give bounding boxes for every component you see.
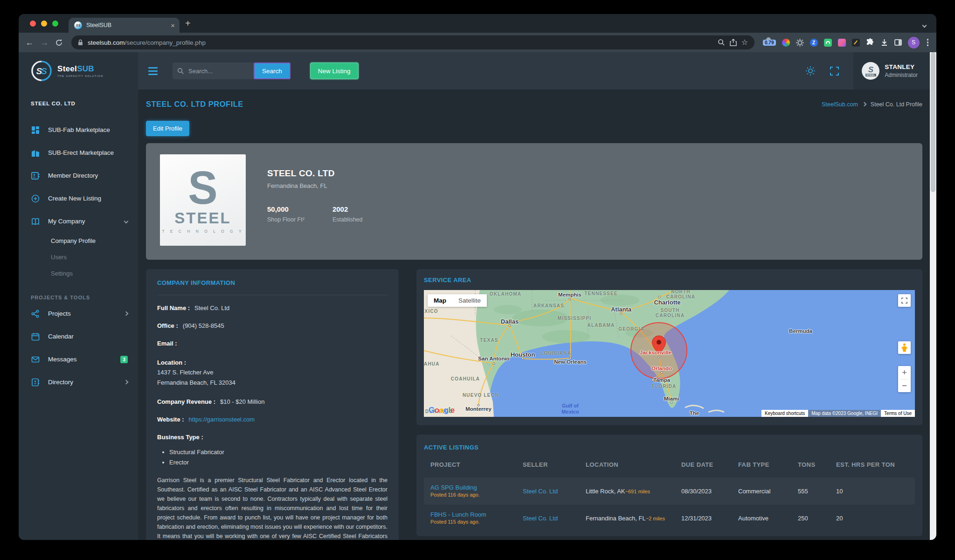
sidebar: S S SteelSUB THE CAPACITY SOLUTION STEEL… <box>19 52 138 540</box>
tab-close-icon[interactable]: × <box>171 22 175 29</box>
fullscreen-icon[interactable] <box>830 66 839 76</box>
zoom-indicator-icon[interactable] <box>718 39 725 46</box>
seller-link[interactable]: Steel Co. Ltd <box>523 515 586 522</box>
sidebar-item-projects[interactable]: Projects <box>19 302 138 325</box>
company-name: STEEL CO. LTD <box>267 168 363 179</box>
share-nodes-icon <box>31 309 40 318</box>
edit-profile-button[interactable]: Edit Profile <box>146 121 189 136</box>
address-line1: 1437 S. Fletcher Ave <box>157 369 213 376</box>
map-city-dot <box>658 296 661 298</box>
map-type-control: Map Satellite <box>428 294 487 307</box>
map-label: CAROLINA <box>656 313 685 318</box>
browser-toolbar: ← → steelsub.com /secure/company_profile… <box>19 33 936 52</box>
listing-distance: ~691 miles <box>625 489 651 494</box>
my-company-submenu: Company Profile Users Settings <box>19 233 138 282</box>
map-label: Gulf of <box>562 403 578 408</box>
browser-profile-avatar[interactable]: S <box>908 37 920 48</box>
zoom-window-button[interactable] <box>52 21 58 27</box>
forward-button[interactable]: → <box>40 38 48 47</box>
sidebar-item-users[interactable]: Users <box>19 249 138 265</box>
sidebar-item-messages[interactable]: Messages 3 <box>19 348 138 371</box>
bookmark-star-icon[interactable]: ☆ <box>741 39 748 46</box>
extensions-row: 0.79 Z S <box>763 37 930 48</box>
browser-tab[interactable]: SS SteelSUB × <box>69 18 180 33</box>
map-label: CAROLINA <box>666 294 695 299</box>
chrome-menu-icon[interactable] <box>926 39 930 46</box>
street-view-pegman-button[interactable] <box>898 341 911 354</box>
search-input[interactable] <box>173 62 255 79</box>
user-menu[interactable]: SSTEEL STANLEY Administrator <box>853 52 930 90</box>
extensions-puzzle-icon[interactable] <box>866 38 874 47</box>
sidebar-item-create-new-listing[interactable]: Create New Listing <box>19 187 138 210</box>
service-area-map[interactable]: OKLAHOMAARKANSASTENNESSEENORTHCAROLINASO… <box>424 290 915 417</box>
sidebar-item-member-directory[interactable]: Member Directory <box>19 164 138 187</box>
chevron-right-icon <box>124 380 129 385</box>
close-window-button[interactable] <box>30 21 36 27</box>
project-link[interactable]: FBHS - Lunch Room <box>430 511 523 518</box>
zoom-out-button[interactable]: − <box>898 380 911 392</box>
breadcrumb-home-link[interactable]: SteelSub.com <box>822 101 858 108</box>
table-row[interactable]: FBHS - Lunch RoomPosted 115 days ago. St… <box>424 505 915 532</box>
office-phone-value: (904) 528-8545 <box>183 322 224 329</box>
lock-icon <box>78 39 83 46</box>
search-button[interactable]: Search <box>254 62 291 79</box>
purple-extension-icon[interactable] <box>838 39 846 47</box>
zoom-in-button[interactable]: + <box>898 366 911 379</box>
sidebar-item-directory[interactable]: Directory <box>19 371 138 394</box>
new-listing-button[interactable]: New Listing <box>310 62 359 79</box>
sidebar-item-calendar[interactable]: Calendar <box>19 325 138 348</box>
tab-search-chevron-icon[interactable] <box>923 21 926 29</box>
map-label: Monterrey <box>465 406 491 412</box>
chevron-right-icon <box>862 102 866 107</box>
page-scrollbar[interactable] <box>930 52 936 540</box>
scrollbar-thumb[interactable] <box>931 52 935 192</box>
download-icon[interactable] <box>880 39 888 47</box>
reload-button[interactable] <box>55 39 63 47</box>
keyboard-shortcuts-link[interactable]: Keyboard shortcuts <box>761 410 808 417</box>
chevron-right-icon <box>124 311 129 316</box>
green-extension-icon[interactable] <box>824 39 832 47</box>
map-label: OKLAHOMA <box>490 291 521 297</box>
map-fullscreen-button[interactable] <box>898 294 911 307</box>
sidebar-item-settings[interactable]: Settings <box>19 265 138 282</box>
minimize-window-button[interactable] <box>41 21 47 27</box>
light-mode-sun-icon[interactable] <box>805 66 816 76</box>
sidebar-item-sub-fab-marketplace[interactable]: SUB-Fab Marketplace <box>19 118 138 141</box>
company-logo-image: S STEEL T E C H N O L O G Y <box>160 154 246 246</box>
address-bar[interactable]: steelsub.com /secure/company_profile.php… <box>71 35 754 49</box>
sidebar-item-company-profile[interactable]: Company Profile <box>19 233 138 249</box>
page-title: STEEL CO. LTD PROFILE <box>146 100 243 109</box>
satellite-button[interactable]: Satellite <box>452 294 487 307</box>
steelsub-logo[interactable]: S S SteelSUB THE CAPACITY SOLUTION <box>19 52 138 90</box>
gear-extension-icon[interactable] <box>796 39 804 47</box>
share-icon[interactable] <box>730 39 737 46</box>
map-zoom-control: + − <box>898 366 911 392</box>
table-row[interactable]: AG SPG BuildingPosted 116 days ago. Stee… <box>424 477 915 505</box>
sidebar-item-sub-erect-marketplace[interactable]: SUB-Erect Marketplace <box>19 141 138 164</box>
company-information-title: COMPANY INFORMATION <box>157 279 388 286</box>
map-label: COAHUILA <box>451 376 480 381</box>
sidebar-item-label: Company Profile <box>51 237 128 244</box>
url-path: /secure/company_profile.php <box>125 39 206 46</box>
map-label: TEXAS <box>480 338 498 343</box>
user-role: Administrator <box>885 72 918 78</box>
service-area-title: SERVICE AREA <box>424 277 915 283</box>
map-button[interactable]: Map <box>428 294 452 307</box>
sidebar-item-label: SUB-Fab Marketplace <box>48 126 128 133</box>
hamburger-menu-icon[interactable] <box>148 67 158 75</box>
side-panel-icon[interactable] <box>894 39 902 46</box>
new-tab-button[interactable]: + <box>185 16 191 31</box>
terms-of-use-link[interactable]: Terms of Use <box>881 410 915 417</box>
price-badge-extension-icon[interactable]: 0.79 <box>763 40 775 46</box>
back-button[interactable]: ← <box>25 38 34 47</box>
color-wheel-extension-icon[interactable] <box>782 39 790 47</box>
google-logo[interactable]: Google <box>429 406 455 415</box>
z-extension-icon[interactable]: Z <box>810 39 818 47</box>
app-header: Search New Listing SSTEEL STANLEY Admini… <box>138 52 930 90</box>
website-link[interactable]: https://garrisonsteel.com <box>189 416 255 423</box>
project-link[interactable]: AG SPG Building <box>430 484 523 491</box>
listing-location: Little Rock, AK <box>586 488 625 495</box>
sidebar-item-my-company[interactable]: My Company <box>19 210 138 233</box>
seller-link[interactable]: Steel Co. Ltd <box>523 488 586 495</box>
notes-extension-icon[interactable] <box>852 39 860 47</box>
